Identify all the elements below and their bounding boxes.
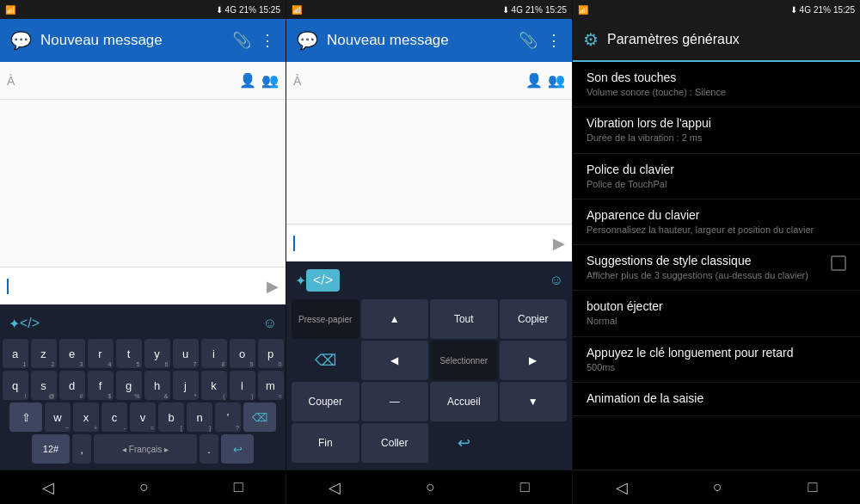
btn-down[interactable]: ▼ (500, 382, 568, 421)
key-apos[interactable]: '? (215, 403, 241, 432)
back-nav-3[interactable]: ◁ (616, 478, 628, 497)
kb-cursor-icon-2[interactable]: ✦ (295, 273, 306, 289)
btn-all[interactable]: Tout (430, 299, 498, 339)
btn-right[interactable]: ▶ (500, 341, 568, 380)
setting-item-0[interactable]: Son des touches Volume sonore (touche) :… (573, 62, 860, 108)
key-h[interactable]: h& (144, 371, 170, 400)
download-icon-2: ⬇ (502, 5, 509, 15)
add-contact-icon-1[interactable]: 👥 (261, 72, 279, 89)
btn-backspace-edit[interactable]: ⌫ (292, 341, 359, 380)
key-r[interactable]: r4 (88, 339, 114, 368)
setting-title-2: Police du clavier (587, 163, 846, 176)
key-n[interactable]: n] (187, 403, 212, 432)
to-input-2[interactable] (306, 74, 520, 88)
key-e[interactable]: e3 (59, 339, 85, 368)
key-m[interactable]: m= (258, 371, 284, 400)
setting-sub-2: Police de TouchPal (587, 178, 846, 190)
key-enter-1[interactable]: ↩ (221, 434, 254, 464)
key-num-1[interactable]: 12# (32, 434, 70, 464)
btn-cut[interactable]: Couper (292, 382, 359, 421)
recent-nav-2[interactable]: □ (520, 478, 530, 496)
btn-select[interactable]: Sélectionner (430, 341, 498, 380)
key-z[interactable]: z2 (31, 339, 57, 368)
key-j[interactable]: j* (173, 371, 199, 400)
battery-label: 21% (239, 5, 256, 15)
key-space-1[interactable]: ◂ Français ▸ (94, 434, 197, 464)
compose-bar-2: ▶ (286, 224, 572, 261)
btn-left[interactable]: ◀ (361, 341, 429, 380)
attach-icon-1[interactable]: 📎 (232, 31, 251, 50)
key-s[interactable]: s@ (31, 371, 57, 400)
btn-dash[interactable]: — (361, 382, 429, 421)
contact-icon-1[interactable]: 👤 (239, 72, 256, 89)
btn-clipboard[interactable]: Presse-papier (292, 299, 359, 339)
kb-emoji-icon-1[interactable]: ☺ (263, 316, 277, 331)
key-u[interactable]: u7 (173, 339, 199, 368)
menu-icon-2[interactable]: ⋮ (546, 31, 562, 50)
kb-code-icon-2[interactable]: </> (306, 269, 340, 292)
setting-item-1[interactable]: Vibration lors de l'appui Durée de la vi… (573, 108, 860, 153)
kb-cursor-icon-1[interactable]: ✦ (9, 316, 20, 332)
kb-row-4: 12# , ◂ Français ▸ . ↩ (2, 434, 284, 464)
key-shift-1[interactable]: ⇧ (9, 403, 42, 432)
key-x[interactable]: x+ (73, 403, 99, 432)
contact-icon-2[interactable]: 👤 (525, 72, 543, 89)
btn-copy[interactable]: Copier (500, 299, 568, 339)
keyboard-1: ✦ </> ☺ a1 z2 e3 r4 t5 y6 u7 i8 o9 p0 q!… (0, 304, 286, 470)
key-g[interactable]: g% (116, 371, 142, 400)
key-backspace-1[interactable]: ⌫ (243, 403, 276, 432)
recent-nav-1[interactable]: □ (234, 478, 243, 496)
setting-item-2[interactable]: Police du clavier Police de TouchPal (573, 154, 860, 200)
setting-item-7[interactable]: Animation de la saisie (573, 383, 860, 416)
home-nav-3[interactable]: ○ (713, 478, 722, 496)
btn-up[interactable]: ▲ (361, 299, 429, 339)
key-k[interactable]: k( (201, 371, 227, 400)
menu-icon-1[interactable]: ⋮ (260, 31, 275, 50)
recent-nav-3[interactable]: □ (808, 478, 817, 496)
setting-sub-0: Volume sonore (touche) : Silence (587, 86, 846, 98)
kb-code-icon-1[interactable]: </> (20, 316, 40, 331)
compose-input-1[interactable] (14, 280, 261, 293)
back-icon-1[interactable]: 💬 (10, 30, 32, 51)
attach-icon-2[interactable]: 📎 (519, 31, 538, 50)
key-q[interactable]: q! (3, 371, 28, 400)
back-nav-1[interactable]: ◁ (42, 478, 54, 497)
back-icon-2[interactable]: 💬 (297, 30, 318, 51)
key-w[interactable]: w~ (45, 403, 71, 432)
key-b[interactable]: b[ (158, 403, 184, 432)
key-o[interactable]: o9 (230, 339, 255, 368)
to-input-1[interactable] (20, 74, 234, 88)
key-i[interactable]: i8 (201, 339, 227, 368)
home-nav-2[interactable]: ○ (426, 478, 435, 496)
setting-title-3: Apparence du clavier (587, 208, 846, 222)
key-t[interactable]: t5 (116, 339, 142, 368)
kb-emoji-icon-2[interactable]: ☺ (550, 273, 563, 288)
btn-home[interactable]: Accueil (430, 382, 498, 421)
key-f[interactable]: f$ (88, 371, 114, 400)
key-v[interactable]: v= (130, 403, 156, 432)
setting-title-0: Son des touches (587, 71, 846, 84)
send-btn-2[interactable]: ▶ (553, 234, 565, 253)
key-d[interactable]: d# (59, 371, 85, 400)
add-contact-icon-2[interactable]: 👥 (548, 72, 565, 89)
send-btn-1[interactable]: ▶ (267, 277, 279, 296)
key-comma-1[interactable]: , (72, 434, 91, 464)
compose-input-2[interactable] (300, 237, 548, 250)
key-a[interactable]: a1 (3, 339, 28, 368)
setting-item-6[interactable]: Appuyez le clé longuement pour retard 50… (573, 337, 860, 383)
key-l[interactable]: l) (230, 371, 255, 400)
key-period-1[interactable]: . (200, 434, 218, 464)
panel-3: 📶 ⬇ 4G 21% 15:25 ⚙ Paramètres généraux S… (573, 0, 860, 504)
key-c[interactable]: c- (101, 403, 127, 432)
key-y[interactable]: y6 (144, 339, 170, 368)
setting-item-4[interactable]: Suggestions de style classique Afficher … (573, 245, 860, 291)
setting-item-3[interactable]: Apparence du clavier Personnalisez la ha… (573, 200, 860, 245)
home-nav-1[interactable]: ○ (139, 478, 149, 496)
setting-item-5[interactable]: bouton éjecter Normal (573, 291, 860, 336)
btn-enter-edit[interactable]: ↩ (430, 423, 498, 463)
back-nav-2[interactable]: ◁ (329, 478, 341, 497)
btn-end[interactable]: Fin (292, 423, 359, 463)
btn-paste[interactable]: Coller (361, 423, 429, 463)
key-p[interactable]: p0 (258, 339, 284, 368)
setting-checkbox-4[interactable] (831, 255, 846, 271)
